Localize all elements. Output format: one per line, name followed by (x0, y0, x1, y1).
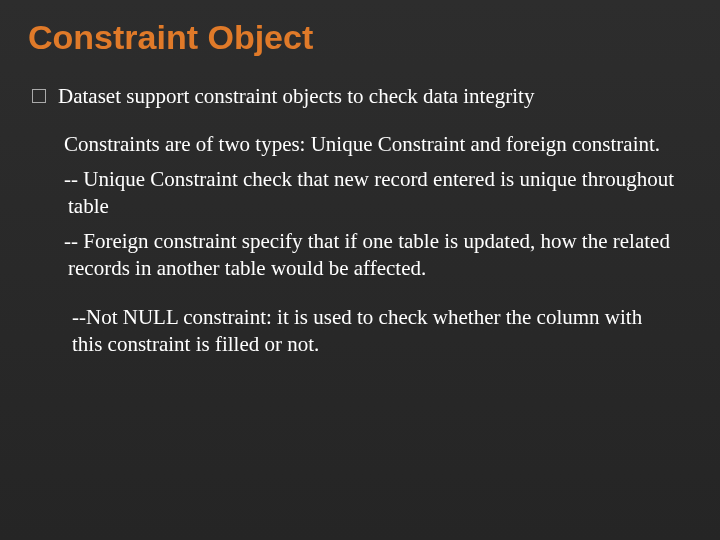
square-bullet-icon (32, 89, 46, 103)
paragraph-unique: -- Unique Constraint check that new reco… (64, 166, 688, 220)
paragraph-intro: Constraints are of two types: Unique Con… (64, 131, 688, 158)
bullet-text: Dataset support constraint objects to ch… (58, 83, 534, 109)
paragraph-foreign: -- Foreign constraint specify that if on… (64, 228, 688, 282)
slide-title: Constraint Object (28, 18, 692, 57)
paragraph-notnull: --Not NULL constraint: it is used to che… (72, 304, 662, 358)
bullet-item: Dataset support constraint objects to ch… (32, 83, 692, 109)
slide: Constraint Object Dataset support constr… (0, 0, 720, 540)
